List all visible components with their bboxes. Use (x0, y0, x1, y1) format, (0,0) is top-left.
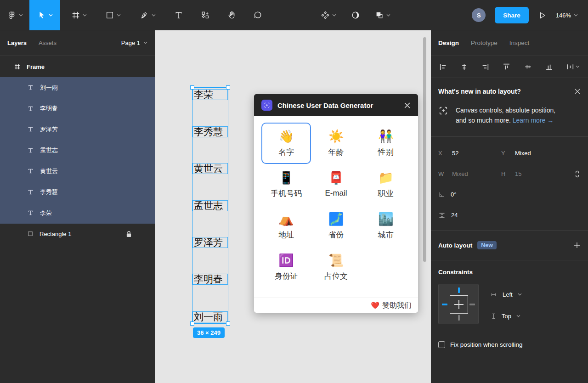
constraints-widget[interactable] (438, 284, 479, 324)
add-auto-layout-button[interactable] (573, 242, 581, 249)
constrain-proportions-icon[interactable] (574, 170, 581, 178)
canvas-text-node[interactable]: 罗泽芳 (192, 237, 228, 248)
resize-handle-top-right[interactable] (226, 85, 230, 90)
align-right-icon[interactable] (481, 63, 489, 71)
boolean-groups-button[interactable] (369, 0, 396, 30)
shape-tool-button[interactable] (100, 0, 126, 30)
text-tool-button[interactable] (169, 0, 189, 30)
resize-handle-bottom-left[interactable] (190, 321, 194, 326)
move-tool-button[interactable] (29, 0, 60, 30)
layer-row-text[interactable]: 李秀慧 (0, 182, 155, 203)
zoom-level-control[interactable]: 146% (556, 12, 578, 19)
height-field[interactable]: H 15 (501, 170, 564, 177)
frame-tool-button[interactable] (66, 0, 92, 30)
plugin-dialog-header[interactable]: Chinese User Data Generator (254, 94, 418, 116)
plugin-item-phone[interactable]: 📱 手机号码 (261, 164, 311, 205)
canvas-text-node[interactable]: 孟世志 (192, 200, 228, 211)
layer-row-text[interactable]: 罗泽芳 (0, 119, 155, 140)
tab-inspect[interactable]: Inspect (509, 39, 530, 46)
x-position-field[interactable]: X 52 (438, 150, 501, 157)
width-field[interactable]: W Mixed (438, 170, 501, 177)
distribute-spacing-icon[interactable] (566, 63, 580, 71)
text-layer-icon (28, 210, 34, 216)
main-menu-button[interactable] (0, 0, 29, 30)
selection-bounding-box[interactable]: 李荣 李秀慧 黄世云 孟世志 罗泽芳 李明春 刘一雨 (192, 87, 228, 324)
plugin-item-id-card[interactable]: 🆔 身份证 (261, 247, 311, 288)
layers-panel: Layers Assets Page 1 Frame 刘一雨 李明春 罗泽芳 (0, 30, 155, 383)
resize-handle-top-left[interactable] (190, 85, 194, 90)
canvas[interactable]: 李荣 李秀慧 黄世云 孟世志 罗泽芳 李明春 刘一雨 36 × 249 Chin… (155, 30, 431, 383)
y-position-field[interactable]: Y Mixed (501, 150, 564, 157)
layer-row-text[interactable]: 李明春 (0, 98, 155, 119)
plugin-item-occupation[interactable]: 📁 职业 (361, 164, 411, 205)
layer-row-text[interactable]: 李荣 (0, 203, 155, 224)
plugin-title: Chinese User Data Generator (277, 101, 373, 109)
play-icon (538, 11, 547, 20)
canvas-text-node[interactable]: 李明春 (192, 274, 228, 285)
layer-row-text[interactable]: 黄世云 (0, 161, 155, 182)
align-horizontal-center-icon[interactable] (460, 63, 468, 71)
plugin-item-province[interactable]: 🗾 省份 (311, 205, 361, 247)
constraint-left-tick[interactable] (442, 304, 447, 305)
layer-name: 黄世云 (40, 167, 58, 175)
learn-more-link[interactable]: Learn more → (513, 116, 554, 125)
tab-design[interactable]: Design (438, 39, 459, 46)
fix-position-option[interactable]: Fix position when scrolling (438, 341, 581, 348)
comment-tool-button[interactable] (248, 0, 268, 30)
mask-button[interactable] (345, 0, 366, 30)
close-icon[interactable] (404, 102, 411, 109)
canvas-scrollbar[interactable] (423, 37, 426, 262)
canvas-text-node[interactable]: 李秀慧 (192, 126, 228, 137)
horizontal-constraint-dropdown[interactable]: Left (491, 287, 522, 301)
align-left-icon[interactable] (439, 63, 447, 71)
resize-handle-bottom-right[interactable] (226, 321, 230, 326)
plugin-item-placeholder-text[interactable]: 📜 占位文 (311, 247, 361, 288)
constraint-top-tick[interactable] (458, 287, 460, 293)
align-bottom-icon[interactable] (545, 63, 553, 71)
vertical-constraint-value: Top (502, 313, 511, 320)
share-button[interactable]: Share (495, 7, 529, 23)
rectangle-icon (105, 11, 114, 20)
close-icon[interactable] (574, 88, 581, 95)
tab-assets[interactable]: Assets (39, 39, 57, 46)
constraint-bottom-tick[interactable] (458, 315, 460, 321)
layer-row-text[interactable]: 孟世志 (0, 140, 155, 161)
plugin-item-age[interactable]: ☀️ 年龄 (311, 123, 361, 164)
sponsor-link[interactable]: 赞助我们 (382, 301, 412, 310)
align-top-icon[interactable] (503, 63, 510, 71)
page-selector[interactable]: Page 1 (121, 39, 147, 46)
component-tool-button[interactable] (195, 0, 215, 30)
plugin-item-gender[interactable]: 👫 性别 (361, 123, 411, 164)
plugin-item-email[interactable]: 📮 E-mail (311, 164, 361, 205)
plugin-item-address[interactable]: ⛺ 地址 (261, 205, 311, 247)
constraint-right-tick[interactable] (469, 304, 475, 305)
components-button[interactable] (315, 0, 342, 30)
plugin-item-city[interactable]: 🏙️ 城市 (361, 205, 411, 247)
fix-position-checkbox[interactable] (438, 341, 445, 348)
constraints-title: Constraints (438, 269, 581, 276)
canvas-text-node[interactable]: 黄世云 (192, 163, 228, 174)
plugin-item-name[interactable]: 👋 名字 (261, 123, 311, 164)
layer-row-rectangle[interactable]: Rectangle 1 (0, 224, 155, 245)
auto-layout-title: Auto layout (438, 242, 472, 249)
tab-layers[interactable]: Layers (7, 39, 27, 46)
boolean-union-icon (375, 11, 384, 20)
lock-icon[interactable] (126, 231, 132, 237)
mask-icon (351, 11, 360, 20)
hand-tool-button[interactable] (222, 0, 242, 30)
pen-tool-button[interactable] (135, 0, 161, 30)
avatar[interactable]: S (472, 8, 486, 22)
rotation-field[interactable]: 0° (438, 191, 456, 198)
align-vertical-center-icon[interactable] (524, 63, 532, 71)
canvas-text-node[interactable]: 李荣 (192, 89, 228, 100)
chevron-down-icon (574, 14, 578, 17)
layer-row-text[interactable]: 刘一雨 (0, 77, 155, 98)
hand-icon (227, 11, 237, 20)
layer-row-frame[interactable]: Frame (0, 56, 155, 77)
tab-prototype[interactable]: Prototype (471, 39, 498, 46)
vertical-constraint-dropdown[interactable]: Top (491, 309, 522, 323)
chevron-down-icon (332, 14, 336, 17)
canvas-text-node[interactable]: 刘一雨 (192, 311, 228, 322)
item-spacing-field[interactable]: 24 (438, 212, 458, 219)
present-button[interactable] (538, 0, 547, 30)
